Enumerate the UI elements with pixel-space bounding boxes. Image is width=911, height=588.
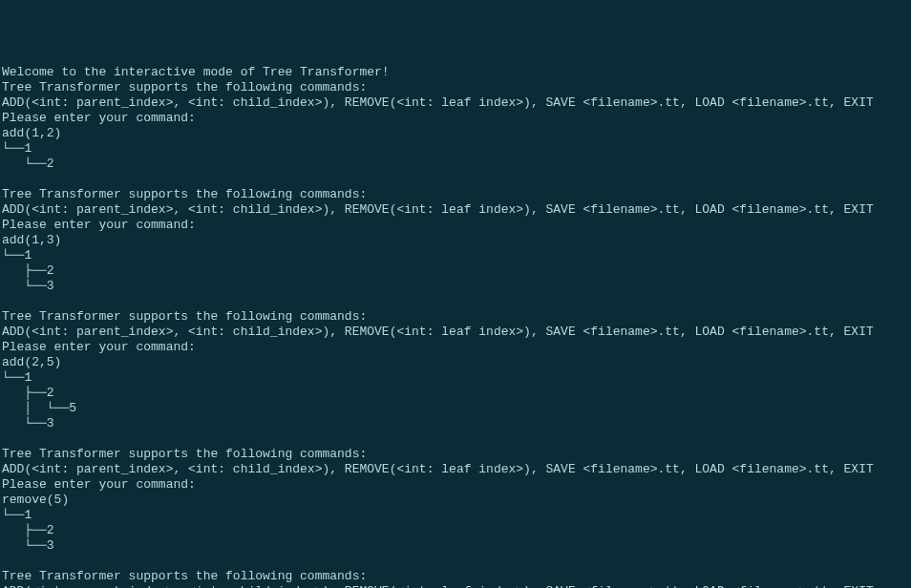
terminal-line: remove(5) (2, 493, 909, 508)
terminal-line: ├──2 (2, 386, 909, 401)
terminal-line: └──3 (2, 279, 909, 294)
terminal-line: Tree Transformer supports the following … (2, 309, 909, 325)
terminal-line: ├──2 (2, 523, 909, 538)
terminal-line: └──2 (2, 157, 909, 172)
terminal-line: └──3 (2, 416, 909, 431)
terminal-line: └──3 (2, 538, 909, 554)
terminal-line: ADD(<int: parent_index>, <int: child_ind… (2, 462, 909, 477)
terminal-line: ADD(<int: parent_index>, <int: child_ind… (2, 325, 909, 340)
terminal-line: Please enter your command: (2, 340, 909, 355)
terminal-line: add(1,2) (2, 126, 909, 141)
terminal-line: │ └──5 (2, 401, 909, 416)
terminal-line: Tree Transformer supports the following … (2, 447, 909, 462)
terminal-line: Welcome to the interactive mode of Tree … (2, 65, 909, 80)
terminal-line: ADD(<int: parent_index>, <int: child_ind… (2, 584, 909, 588)
terminal-line: Please enter your command: (2, 218, 909, 233)
terminal-line: ADD(<int: parent_index>, <int: child_ind… (2, 95, 909, 111)
terminal-line: add(1,3) (2, 233, 909, 248)
terminal-line: ├──2 (2, 263, 909, 279)
terminal-line: add(2,5) (2, 355, 909, 370)
terminal-line (2, 172, 909, 187)
terminal-line (2, 294, 909, 309)
terminal-line: Tree Transformer supports the following … (2, 187, 909, 202)
terminal-line: Tree Transformer supports the following … (2, 80, 909, 95)
terminal-line: └──1 (2, 508, 909, 523)
terminal-line: └──1 (2, 141, 909, 157)
terminal-line: Please enter your command: (2, 111, 909, 126)
terminal-line (2, 431, 909, 447)
terminal-line: Tree Transformer supports the following … (2, 569, 909, 584)
terminal-line (2, 554, 909, 569)
terminal-line: └──1 (2, 248, 909, 263)
terminal-line: └──1 (2, 370, 909, 386)
terminal-line: Please enter your command: (2, 477, 909, 493)
terminal-output[interactable]: Welcome to the interactive mode of Tree … (2, 65, 909, 588)
terminal-line: ADD(<int: parent_index>, <int: child_ind… (2, 202, 909, 218)
